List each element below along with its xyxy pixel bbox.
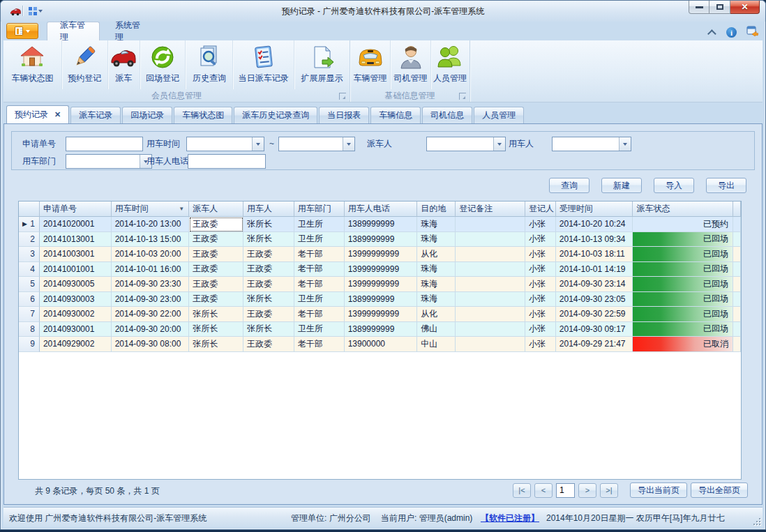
cell-seq[interactable]: 4 xyxy=(19,262,40,278)
cell-destination[interactable]: 珠海 xyxy=(417,262,456,278)
column-header-phone[interactable]: 用车人电话 xyxy=(345,202,418,217)
cell-seq[interactable]: 8 xyxy=(19,322,40,337)
license-registered-link[interactable]: 【软件已注册】 xyxy=(481,512,539,524)
cell-order_no[interactable]: 20141003001 xyxy=(40,247,112,262)
cell-dispatcher[interactable]: 王政委 xyxy=(189,232,243,248)
cell-seq[interactable]: 5 xyxy=(19,277,40,292)
cell-use_time[interactable]: 2014-10-01 16:00 xyxy=(112,262,190,278)
cell-registrar[interactable]: 小张 xyxy=(525,277,556,292)
page-number-input[interactable] xyxy=(556,483,575,498)
column-header-destination[interactable]: 目的地 xyxy=(417,202,456,217)
cell-destination[interactable]: 珠海 xyxy=(417,292,456,307)
return-register-button[interactable]: 回场登记 xyxy=(140,40,186,89)
use-time-to-picker[interactable] xyxy=(278,137,355,151)
cell-destination[interactable]: 从化 xyxy=(417,307,456,322)
cell-registrar[interactable]: 小张 xyxy=(525,307,556,322)
cell-destination[interactable]: 珠海 xyxy=(417,277,456,292)
cell-remark[interactable] xyxy=(456,292,525,307)
cell-department[interactable]: 卫生所 xyxy=(294,292,345,307)
dispatch-car-button[interactable]: 派车 xyxy=(108,40,140,89)
close-tab-icon[interactable]: ✕ xyxy=(54,110,61,119)
cell-accept_time[interactable]: 2014-10-03 18:11 xyxy=(556,247,633,262)
cell-department[interactable]: 老干部 xyxy=(294,277,345,292)
reservation-register-button[interactable]: 预约登记 xyxy=(62,40,108,89)
cell-destination[interactable]: 从化 xyxy=(417,247,456,262)
cell-accept_time[interactable]: 2014-09-29 21:47 xyxy=(556,337,633,352)
today-dispatch-records-button[interactable]: 当日派车记录 xyxy=(233,40,294,89)
cell-phone[interactable]: 1389999999 xyxy=(345,217,418,232)
tab-driver-info[interactable]: 司机信息 xyxy=(422,107,472,123)
cell-accept_time[interactable]: 2014-09-30 09:17 xyxy=(556,322,633,337)
table-row[interactable]: 9201409290022014-09-30 08:00张所长王政委老干部139… xyxy=(19,337,741,352)
cell-order_no[interactable]: 20140929002 xyxy=(40,337,112,352)
cell-order_no[interactable]: 20141001001 xyxy=(40,262,112,278)
import-button[interactable]: 导入 xyxy=(654,178,694,193)
cell-car_user[interactable]: 王政委 xyxy=(243,247,294,262)
tab-vehicle-status-map[interactable]: 车辆状态图 xyxy=(174,107,232,123)
cell-department[interactable]: 卫生所 xyxy=(294,232,345,248)
column-header-dispatcher[interactable]: 派车人 xyxy=(189,202,243,217)
export-button[interactable]: 导出 xyxy=(706,178,746,193)
cell-registrar[interactable]: 小张 xyxy=(525,337,556,352)
cell-phone[interactable]: 1389999999 xyxy=(345,232,418,248)
status-badge[interactable]: 已回场 xyxy=(633,232,733,248)
cell-department[interactable]: 老干部 xyxy=(294,307,345,322)
cell-accept_time[interactable]: 2014-09-30 23:14 xyxy=(556,277,633,292)
cell-dispatcher[interactable]: 王政委 xyxy=(189,292,243,307)
cell-seq[interactable]: 7 xyxy=(19,307,40,322)
cell-order_no[interactable]: 20140930002 xyxy=(40,307,112,322)
application-menu-button[interactable] xyxy=(6,23,38,39)
cell-car_user[interactable]: 王政委 xyxy=(243,277,294,292)
dialog-launcher-icon[interactable] xyxy=(339,93,346,100)
department-select[interactable] xyxy=(66,154,152,169)
cell-dispatcher[interactable]: 王政委 xyxy=(189,217,243,232)
cell-remark[interactable] xyxy=(456,262,525,278)
cell-use_time[interactable]: 2014-10-13 15:00 xyxy=(112,232,190,248)
column-header-use_time[interactable]: 用车时间▼ xyxy=(112,202,190,217)
cell-seq[interactable]: 3 xyxy=(19,247,40,262)
table-row[interactable]: 5201409300052014-09-30 23:30王政委王政委老干部139… xyxy=(19,277,741,292)
cell-remark[interactable] xyxy=(456,217,525,232)
cell-use_time[interactable]: 2014-10-20 13:00 xyxy=(112,217,190,232)
cell-car_user[interactable]: 王政委 xyxy=(243,337,294,352)
column-header-status[interactable]: 派车状态 xyxy=(633,202,733,217)
cell-order_no[interactable]: 20140930005 xyxy=(40,277,112,292)
column-header-remark[interactable]: 登记备注 xyxy=(456,202,525,217)
cell-remark[interactable] xyxy=(456,232,525,248)
cell-car_user[interactable]: 王政委 xyxy=(243,262,294,278)
cell-car_user[interactable]: 张所长 xyxy=(243,292,294,307)
cell-remark[interactable] xyxy=(456,337,525,352)
tab-personnel-management[interactable]: 人员管理 xyxy=(474,107,524,123)
status-badge[interactable]: 已回场 xyxy=(633,262,733,278)
status-badge[interactable]: 已回场 xyxy=(633,247,733,262)
cell-phone[interactable]: 13999999999 xyxy=(345,277,418,292)
vehicle-management-button[interactable]: 车辆管理 xyxy=(350,40,391,89)
tab-vehicle-info[interactable]: 车辆信息 xyxy=(370,107,421,123)
cell-registrar[interactable]: 小张 xyxy=(525,262,556,278)
table-row[interactable]: ▶1201410200012014-10-20 13:00王政委张所长卫生所13… xyxy=(19,217,741,232)
cell-accept_time[interactable]: 2014-10-13 09:34 xyxy=(556,232,633,248)
cell-order_no[interactable]: 20141020001 xyxy=(40,217,112,232)
cell-use_time[interactable]: 2014-09-30 23:30 xyxy=(112,277,190,292)
cell-destination[interactable]: 中山 xyxy=(417,337,456,352)
cell-accept_time[interactable]: 2014-10-01 14:19 xyxy=(556,262,633,278)
status-badge[interactable]: 已回场 xyxy=(633,292,733,307)
cell-car_user[interactable]: 王政委 xyxy=(243,307,294,322)
tab-return-records[interactable]: 回场记录 xyxy=(122,107,172,123)
cell-seq[interactable]: 6 xyxy=(19,292,40,307)
minimize-button[interactable] xyxy=(689,1,709,14)
cell-dispatcher[interactable]: 张所长 xyxy=(189,307,243,322)
order-no-input[interactable] xyxy=(66,137,143,151)
cell-destination[interactable]: 珠海 xyxy=(417,232,456,248)
history-query-button[interactable]: 历史查询 xyxy=(186,40,233,89)
tab-reservation-records[interactable]: 预约记录 ✕ xyxy=(6,105,69,123)
column-header-car_user[interactable]: 用车人 xyxy=(243,202,294,217)
next-page-button[interactable]: > xyxy=(578,483,596,498)
cell-department[interactable]: 老干部 xyxy=(294,337,345,352)
table-row[interactable]: 3201410030012014-10-03 20:00王政委王政委老干部139… xyxy=(19,247,741,262)
last-page-button[interactable]: >| xyxy=(600,483,618,498)
close-button[interactable]: ✕ xyxy=(730,1,760,14)
cell-remark[interactable] xyxy=(456,277,525,292)
column-header-department[interactable]: 用车部门 xyxy=(294,202,345,217)
status-badge[interactable]: 已回场 xyxy=(633,277,733,292)
